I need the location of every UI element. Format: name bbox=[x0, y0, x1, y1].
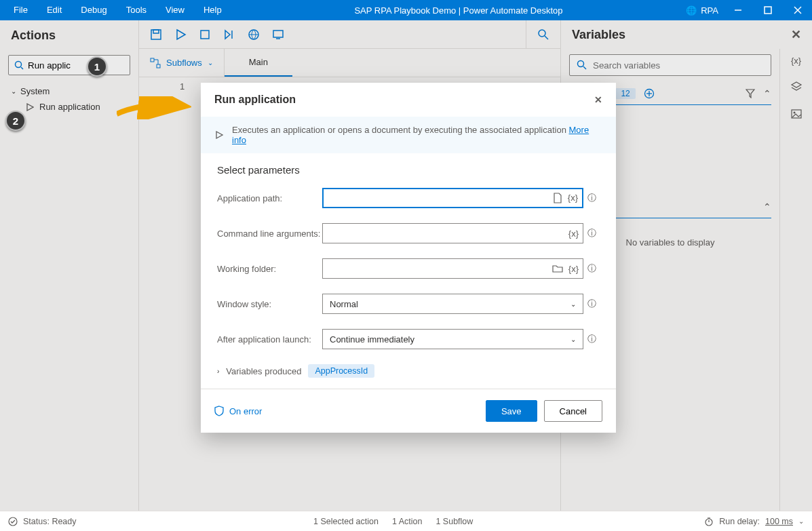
window-minimize-button[interactable] bbox=[728, 0, 748, 20]
title-bar: File Edit Debug Tools View Help SAP RPA … bbox=[0, 0, 812, 20]
label-application-path: Application path: bbox=[217, 193, 322, 203]
menu-edit[interactable]: Edit bbox=[37, 0, 71, 20]
timer-icon bbox=[704, 517, 714, 526]
on-error-label: On error bbox=[229, 406, 262, 416]
menu-tools[interactable]: Tools bbox=[117, 0, 156, 20]
menu-debug[interactable]: Debug bbox=[71, 0, 116, 20]
window-style-value: Normal bbox=[330, 299, 358, 309]
working-folder-field[interactable]: {x} bbox=[322, 258, 583, 279]
info-icon[interactable]: ⓘ bbox=[583, 333, 600, 345]
variables-produced-row[interactable]: › Variables produced AppProcessId bbox=[217, 364, 600, 378]
variable-picker-icon[interactable]: {x} bbox=[568, 229, 579, 239]
label-after-launch: After application launch: bbox=[217, 334, 322, 345]
annotation-badge-2: 2 bbox=[5, 111, 26, 131]
label-cli-args: Command line arguments: bbox=[217, 229, 322, 239]
svg-marker-34 bbox=[216, 132, 223, 138]
status-subflows: 1 Subflow bbox=[436, 517, 473, 526]
menubar: File Edit Debug Tools View Help bbox=[4, 0, 231, 20]
info-icon[interactable]: ⓘ bbox=[583, 227, 600, 239]
folder-picker-icon[interactable] bbox=[552, 264, 563, 274]
after-launch-value: Continue immediately bbox=[330, 334, 414, 345]
status-actions: 1 Action bbox=[392, 517, 422, 526]
cancel-button[interactable]: Cancel bbox=[544, 400, 602, 422]
rpa-label: RPA bbox=[701, 5, 718, 16]
annotation-arrow bbox=[117, 96, 191, 119]
check-icon bbox=[8, 517, 18, 526]
chevron-down-icon[interactable]: ⌄ bbox=[798, 517, 804, 525]
select-parameters-heading: Select parameters bbox=[217, 164, 600, 176]
close-icon[interactable]: ✕ bbox=[594, 94, 602, 105]
status-bar: Status: Ready 1 Selected action 1 Action… bbox=[0, 511, 812, 531]
info-icon[interactable]: ⓘ bbox=[583, 192, 600, 204]
menu-file[interactable]: File bbox=[4, 0, 37, 20]
info-icon[interactable]: ⓘ bbox=[583, 298, 600, 310]
status-selected: 1 Selected action bbox=[313, 517, 379, 526]
run-delay-value[interactable]: 100 ms bbox=[765, 517, 793, 526]
cli-args-input[interactable] bbox=[327, 224, 568, 243]
on-error-link[interactable]: On error bbox=[214, 406, 262, 416]
variable-picker-icon[interactable]: {x} bbox=[568, 193, 578, 203]
variable-picker-icon[interactable]: {x} bbox=[568, 264, 579, 274]
menu-view[interactable]: View bbox=[156, 0, 194, 20]
cli-args-field[interactable]: {x} bbox=[322, 223, 583, 243]
after-launch-select[interactable]: Continue immediately ⌄ bbox=[322, 329, 583, 349]
window-close-button[interactable] bbox=[788, 0, 808, 20]
menu-help[interactable]: Help bbox=[194, 0, 231, 20]
shield-icon bbox=[214, 406, 224, 416]
working-folder-input[interactable] bbox=[327, 259, 552, 278]
globe-icon: 🌐 bbox=[686, 5, 697, 16]
chevron-down-icon: ⌄ bbox=[571, 336, 576, 343]
window-title: SAP RPA Playbook Demo | Power Automate D… bbox=[231, 5, 687, 16]
label-window-style: Window style: bbox=[217, 299, 322, 309]
run-application-dialog: Run application ✕ Executes an applicatio… bbox=[201, 83, 616, 433]
window-style-select[interactable]: Normal ⌄ bbox=[322, 294, 583, 314]
chevron-right-icon: › bbox=[217, 368, 219, 375]
save-button[interactable]: Save bbox=[486, 400, 537, 422]
svg-point-30 bbox=[9, 517, 17, 526]
variables-produced-label: Variables produced bbox=[226, 366, 301, 376]
file-picker-icon[interactable] bbox=[553, 193, 562, 203]
chevron-down-icon: ⌄ bbox=[571, 300, 576, 308]
dialog-description: Executes an application or opens a docum… bbox=[232, 125, 566, 135]
application-path-input[interactable] bbox=[328, 189, 553, 207]
variable-pill[interactable]: AppProcessId bbox=[308, 364, 374, 378]
info-icon[interactable]: ⓘ bbox=[583, 262, 600, 275]
label-working-folder: Working folder: bbox=[217, 264, 322, 274]
run-delay-label: Run delay: bbox=[719, 517, 760, 526]
application-path-field[interactable]: {x} bbox=[322, 188, 583, 208]
status-text: Status: Ready bbox=[23, 517, 77, 526]
svg-rect-1 bbox=[765, 7, 771, 14]
window-maximize-button[interactable] bbox=[758, 0, 778, 20]
run-icon bbox=[214, 130, 224, 140]
dialog-title: Run application bbox=[214, 94, 296, 106]
rpa-badge[interactable]: 🌐 RPA bbox=[686, 5, 718, 16]
annotation-badge-1: 1 bbox=[87, 56, 107, 77]
